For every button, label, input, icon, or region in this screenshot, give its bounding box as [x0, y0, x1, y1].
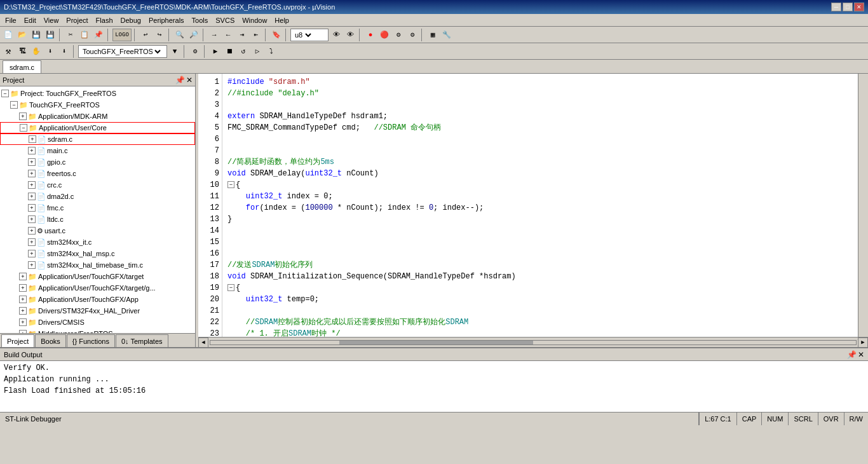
tree-item[interactable]: +📄main.c — [0, 145, 195, 156]
tree-expander-icon[interactable]: − — [1, 90, 9, 97]
grid-icon[interactable]: ▦ — [426, 29, 439, 41]
tree-expander-icon[interactable]: + — [28, 170, 36, 177]
sidebar-pin-icon[interactable]: 📌 — [175, 76, 185, 85]
unindent-icon[interactable]: ← — [222, 29, 234, 41]
tree-item[interactable]: +📄stm32f4xx_it.c — [0, 236, 195, 248]
tree-expander-icon[interactable]: + — [28, 261, 36, 269]
tree-expander-icon[interactable]: + — [28, 215, 36, 223]
debug-stepover-icon[interactable]: ⤵ — [265, 45, 278, 58]
sidebar-tab-0↓-templates[interactable]: 0↓ Templates — [116, 334, 168, 347]
run-icon[interactable]: ● — [364, 29, 377, 41]
tree-expander-icon[interactable]: + — [28, 250, 36, 257]
undo-icon[interactable]: ↩ — [139, 29, 152, 41]
menu-item-file[interactable]: File — [1, 15, 20, 25]
tree-expander-icon[interactable]: + — [28, 193, 36, 200]
tree-item[interactable]: −📁TouchGFX_FreeRTOS — [0, 99, 195, 111]
close-button[interactable]: ✕ — [854, 3, 864, 11]
code-line[interactable]: void SDRAM_Initialization_Sequence(SDRAM… — [227, 271, 853, 282]
build-output-pin-icon[interactable]: 📌 — [847, 350, 857, 359]
tree-item[interactable]: +📁Drivers/CMSIS — [0, 317, 195, 328]
sidebar-tree[interactable]: −📁Project: TouchGFX_FreeRTOS−📁TouchGFX_F… — [0, 86, 195, 333]
titlebar-buttons[interactable]: ─ □ ✕ — [831, 3, 864, 11]
tree-item[interactable]: +📁Application/User/TouchGFX/target/g... — [0, 282, 195, 294]
tree-expander-icon[interactable]: + — [19, 318, 27, 326]
tree-expander-icon[interactable]: − — [20, 124, 27, 132]
code-line[interactable] — [227, 236, 853, 248]
unindent2-icon[interactable]: ⇤ — [250, 29, 262, 41]
redo-icon[interactable]: ↪ — [153, 29, 166, 41]
editor-hscroll[interactable]: ◀ ▶ — [198, 337, 868, 347]
code-line[interactable]: /* 1. 开启SDRAM时钟 */ — [227, 328, 853, 337]
menu-item-help[interactable]: Help — [271, 15, 293, 25]
tree-expander-icon[interactable]: + — [28, 204, 36, 212]
menu-item-view[interactable]: View — [40, 15, 63, 25]
new-file-icon[interactable]: 📄 — [2, 29, 15, 41]
save-all-icon[interactable]: 💾 — [44, 29, 57, 41]
tree-expander-icon[interactable]: + — [28, 147, 36, 154]
cut-icon[interactable]: ✂ — [64, 29, 77, 41]
download2-icon[interactable]: ⬇ — [58, 45, 71, 58]
code-line[interactable]: for(index = (100000 * nCount); index != … — [227, 202, 853, 214]
open-file-icon[interactable]: 📂 — [16, 29, 29, 41]
debug-icon[interactable]: 🔴 — [378, 29, 391, 41]
run2-icon[interactable]: ⚙ — [392, 29, 405, 41]
code-line[interactable]: −{ — [227, 282, 853, 294]
tree-expander-icon[interactable]: + — [19, 113, 27, 120]
code-line[interactable]: void SDRAM_delay(uint32_t nCount) — [227, 168, 853, 179]
build-output-close-icon[interactable]: ✕ — [858, 350, 864, 359]
watch-icon[interactable]: 👁 — [330, 29, 342, 41]
tree-expander-icon[interactable]: + — [28, 227, 36, 235]
replace-icon[interactable]: 🔎 — [187, 29, 200, 41]
watch2-icon[interactable]: 👁 — [344, 29, 356, 41]
tools-icon[interactable]: 🔧 — [440, 29, 453, 41]
download-icon[interactable]: ⬇ — [44, 45, 57, 58]
stop-build-icon[interactable]: ✋ — [30, 45, 43, 58]
tree-item[interactable]: +📄stm32f4xx_hal_timebase_tim.c — [0, 259, 195, 271]
tree-item[interactable]: +📁Application/User/TouchGFX/target — [0, 271, 195, 282]
collapse-box-icon[interactable]: − — [227, 284, 234, 291]
debug-step-icon[interactable]: ▷ — [251, 45, 264, 58]
build-all-icon[interactable]: 🏗 — [16, 45, 29, 58]
tree-expander-icon[interactable]: + — [29, 135, 36, 143]
tree-expander-icon[interactable]: + — [28, 238, 36, 246]
code-line[interactable] — [227, 99, 853, 111]
debug-reset-icon[interactable]: ↺ — [237, 45, 250, 58]
tree-item[interactable]: +⚙usart.c — [0, 225, 195, 236]
tree-item[interactable]: +📄crc.c — [0, 179, 195, 191]
menu-item-edit[interactable]: Edit — [20, 15, 40, 25]
tree-item[interactable]: +📄ltdc.c — [0, 214, 195, 225]
tree-item[interactable]: +📄sdram.c — [0, 133, 195, 145]
collapse-box-icon[interactable]: − — [227, 181, 234, 188]
maximize-button[interactable]: □ — [843, 3, 853, 11]
sidebar-tab-books[interactable]: Books — [35, 334, 66, 347]
paste-icon[interactable]: 📌 — [92, 29, 105, 41]
indent2-icon[interactable]: ⇥ — [236, 29, 248, 41]
code-line[interactable]: //简易延时函数，单位约为5ms — [227, 156, 853, 168]
tree-item[interactable]: +📄gpio.c — [0, 156, 195, 168]
sidebar-tab-project[interactable]: Project — [1, 334, 34, 347]
code-line[interactable]: uint32_t index = 0; — [227, 191, 853, 202]
menu-item-tools[interactable]: Tools — [188, 15, 212, 25]
project-dropdown[interactable]: TouchGFX_FreeRTOS — [78, 45, 167, 58]
tree-item[interactable]: +📄dma2d.c — [0, 191, 195, 202]
debug-stop-icon[interactable]: ⏹ — [223, 45, 236, 58]
code-content[interactable]: #include "sdram.h"//#include "delay.h" e… — [222, 74, 858, 337]
tree-expander-icon[interactable]: + — [19, 307, 27, 315]
tree-item[interactable]: +📄stm32f4xx_hal_msp.c — [0, 248, 195, 259]
tree-item[interactable]: +📁Drivers/STM32F4xx_HAL_Driver — [0, 305, 195, 317]
tree-item[interactable]: +📁Application/User/TouchGFX/App — [0, 294, 195, 305]
datatype-dropdown[interactable]: u8 — [290, 29, 329, 41]
code-line[interactable]: uint32_t temp=0; — [227, 294, 853, 305]
menu-item-svcs[interactable]: SVCS — [212, 15, 238, 25]
datatype-select[interactable]: u8 — [292, 31, 313, 39]
project-select[interactable]: TouchGFX_FreeRTOS — [80, 47, 163, 56]
tree-expander-icon[interactable]: − — [10, 101, 18, 109]
sidebar-close-icon[interactable]: ✕ — [186, 76, 193, 85]
menu-item-peripherals[interactable]: Peripherals — [145, 15, 188, 25]
debug-start-icon[interactable]: ▶ — [209, 45, 222, 58]
code-line[interactable] — [227, 248, 853, 259]
find-icon[interactable]: 🔍 — [173, 29, 186, 41]
indent-icon[interactable]: → — [208, 29, 220, 41]
tree-item[interactable]: +📁Middlewares/FreeRTOS — [0, 328, 195, 333]
code-line[interactable] — [227, 225, 853, 236]
